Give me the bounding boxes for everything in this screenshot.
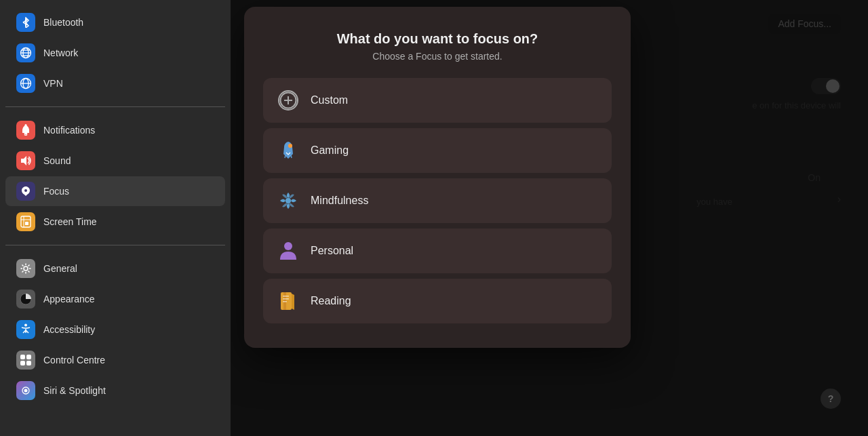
sidebar-item-label-notifications: Notifications [43, 125, 95, 136]
focus-option-reading[interactable]: Reading [263, 279, 612, 323]
sidebar-divider-2 [5, 245, 225, 245]
sidebar-item-general[interactable]: General [5, 254, 225, 283]
svg-rect-20 [26, 355, 31, 359]
svg-point-16 [24, 266, 28, 271]
sidebar-item-label-sound: Sound [43, 155, 71, 166]
sidebar-item-label-appearance: Appearance [43, 294, 95, 304]
svg-rect-8 [24, 133, 28, 134]
gaming-focus-icon [277, 139, 300, 162]
svg-marker-10 [21, 156, 26, 165]
custom-focus-icon [277, 89, 300, 112]
focus-option-gaming[interactable]: Gaming [263, 128, 612, 173]
sidebar-item-label-bluetooth: Bluetooth [43, 17, 83, 28]
focus-option-custom[interactable]: Custom [263, 78, 612, 123]
focus-option-mindfulness[interactable]: Mindfulness [263, 178, 612, 223]
sidebar-item-controlcentre[interactable]: Control Centre [5, 345, 225, 375]
svg-rect-35 [283, 301, 287, 302]
notifications-icon [16, 121, 35, 140]
gaming-focus-label: Gaming [311, 144, 349, 157]
appearance-icon [16, 290, 35, 309]
svg-point-29 [285, 198, 291, 203]
personal-focus-icon [277, 239, 300, 262]
sound-icon [16, 151, 35, 170]
sidebar-item-label-controlcentre: Control Centre [43, 355, 105, 365]
modal-title: What do you want to focus on? [263, 31, 612, 47]
sidebar: Bluetooth Network VPN [0, 0, 231, 436]
sidebar-item-appearance[interactable]: Appearance [5, 284, 225, 314]
siri-icon [16, 381, 35, 400]
sidebar-item-network[interactable]: Network [5, 38, 225, 68]
sidebar-item-label-network: Network [43, 47, 78, 58]
sidebar-item-vpn[interactable]: VPN [5, 68, 225, 98]
sidebar-item-notifications[interactable]: Notifications [5, 115, 225, 145]
focus-icon [16, 182, 35, 201]
network-icon [16, 43, 35, 62]
sidebar-item-label-screentime: Screen Time [43, 216, 97, 227]
svg-rect-21 [20, 361, 25, 365]
sidebar-item-sound[interactable]: Sound [5, 146, 225, 176]
sidebar-item-screentime[interactable]: Screen Time [5, 207, 225, 237]
custom-focus-label: Custom [311, 94, 348, 106]
svg-point-11 [24, 189, 27, 192]
svg-point-18 [24, 324, 27, 327]
sidebar-item-label-siri: Siri & Spotlight [43, 385, 106, 396]
sidebar-item-label-vpn: VPN [43, 78, 63, 89]
sidebar-item-label-focus: Focus [43, 186, 69, 197]
sidebar-divider-1 [5, 106, 225, 107]
svg-rect-33 [283, 296, 289, 297]
vpn-icon [16, 74, 35, 93]
plus-circle-icon [278, 90, 298, 111]
personal-focus-label: Personal [311, 245, 353, 257]
sidebar-item-bluetooth[interactable]: Bluetooth [5, 7, 225, 37]
svg-point-28 [288, 144, 292, 148]
modal-subtitle: Choose a Focus to get started. [263, 51, 612, 62]
reading-focus-icon [277, 290, 300, 313]
focus-option-personal[interactable]: Personal [263, 229, 612, 273]
sidebar-item-accessibility[interactable]: Accessibility [5, 315, 225, 344]
accessibility-icon [16, 320, 35, 339]
svg-rect-22 [26, 361, 31, 365]
sidebar-item-focus[interactable]: Focus [5, 176, 225, 206]
sidebar-item-siri[interactable]: Siri & Spotlight [5, 376, 225, 405]
mindfulness-focus-icon [277, 189, 300, 212]
focus-chooser-modal: What do you want to focus on? Choose a F… [244, 7, 631, 348]
svg-point-9 [25, 124, 27, 126]
svg-point-30 [284, 242, 292, 250]
svg-rect-34 [283, 298, 289, 300]
svg-point-24 [24, 389, 28, 393]
reading-focus-label: Reading [311, 295, 351, 307]
svg-rect-19 [20, 355, 25, 359]
sidebar-item-label-general: General [43, 263, 77, 274]
main-content: Add Focus... e on for this device will O… [231, 0, 868, 436]
mindfulness-focus-label: Mindfulness [311, 195, 368, 207]
general-icon [16, 259, 35, 278]
bluetooth-icon [16, 13, 35, 32]
sidebar-item-label-accessibility: Accessibility [43, 324, 95, 335]
screentime-icon [16, 212, 35, 231]
controlcentre-icon [16, 351, 35, 370]
svg-rect-15 [25, 222, 28, 225]
